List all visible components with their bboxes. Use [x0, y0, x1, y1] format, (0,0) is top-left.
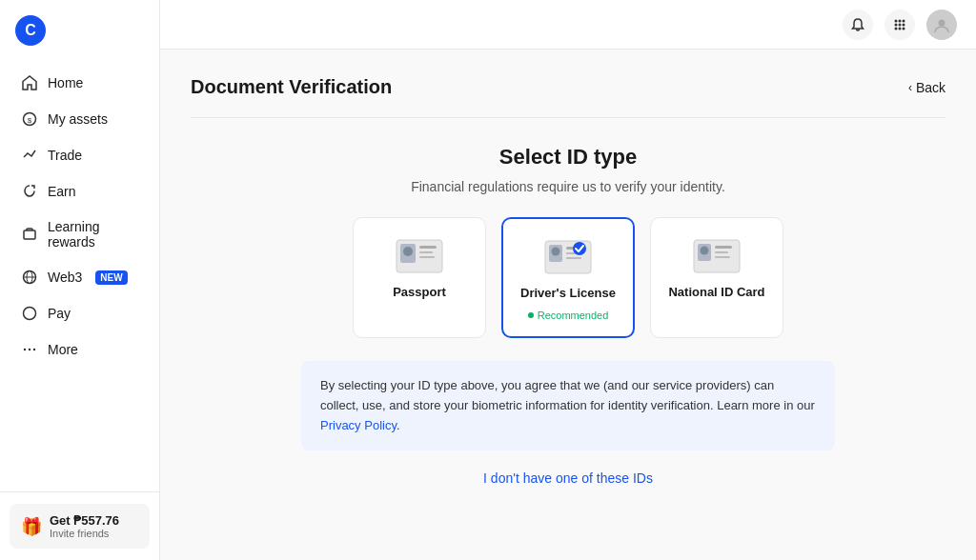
- sidebar-item-home-label: Home: [48, 75, 83, 90]
- pay-icon: [21, 305, 38, 322]
- divider: [191, 117, 946, 118]
- gift-icon: 🎁: [21, 516, 42, 537]
- sidebar-item-earn[interactable]: Earn: [6, 173, 153, 210]
- logo-mark: C: [15, 15, 46, 46]
- notice-box: By selecting your ID type above, you agr…: [301, 361, 835, 450]
- back-label: Back: [916, 80, 946, 95]
- grid-button[interactable]: [884, 10, 915, 40]
- sidebar-item-pay[interactable]: Pay: [6, 295, 153, 331]
- select-id-title: Select ID type: [191, 145, 946, 170]
- avatar[interactable]: [926, 10, 957, 40]
- svg-point-28: [552, 248, 560, 256]
- select-section: Select ID type Financial regulations req…: [191, 145, 946, 194]
- new-badge: NEW: [95, 270, 127, 285]
- national-id-icon: [690, 237, 743, 275]
- select-id-subtitle: Financial regulations require us to veri…: [191, 179, 946, 194]
- id-card-options: Passport Driv: [191, 217, 946, 338]
- sidebar-item-trade-label: Trade: [48, 148, 82, 163]
- logo: C: [0, 0, 159, 57]
- svg-point-19: [939, 19, 946, 26]
- notification-button[interactable]: [843, 10, 873, 40]
- svg-rect-36: [715, 246, 732, 249]
- svg-point-7: [24, 349, 26, 350]
- svg-rect-31: [566, 257, 581, 259]
- sidebar-item-pay-label: Pay: [48, 306, 71, 321]
- svg-text:$: $: [28, 116, 32, 125]
- sidebar-bottom: 🎁 Get ₱557.76 Invite friends: [0, 491, 159, 560]
- page-title: Document Verification: [191, 76, 392, 98]
- svg-rect-23: [419, 246, 437, 249]
- sidebar-item-more[interactable]: More: [6, 331, 153, 368]
- invite-amount: Get ₱557.76: [50, 513, 119, 528]
- content-area: Document Verification ‹ Back Select ID t…: [160, 50, 976, 560]
- back-button[interactable]: ‹ Back: [908, 80, 946, 95]
- sidebar-nav: Home $ My assets Trade: [0, 57, 159, 491]
- recommended-badge: Recommended: [528, 310, 609, 321]
- drivers-license-icon: [541, 238, 595, 276]
- svg-rect-38: [715, 256, 730, 258]
- passport-option[interactable]: Passport: [353, 217, 486, 338]
- main-area: Document Verification ‹ Back Select ID t…: [160, 0, 976, 560]
- svg-rect-2: [24, 230, 35, 239]
- sidebar-item-web3-label: Web3: [48, 270, 82, 285]
- svg-point-15: [903, 23, 905, 26]
- notice-text: By selecting your ID type above, you agr…: [320, 378, 815, 412]
- sidebar-item-trade[interactable]: Trade: [6, 137, 153, 173]
- svg-point-14: [899, 23, 902, 26]
- page-header: Document Verification ‹ Back: [191, 76, 946, 98]
- svg-point-10: [895, 19, 898, 22]
- no-id-link[interactable]: I don't have one of these IDs: [483, 470, 653, 486]
- svg-point-35: [701, 247, 709, 255]
- svg-point-12: [903, 19, 905, 22]
- svg-point-13: [895, 23, 898, 26]
- assets-icon: $: [21, 110, 38, 128]
- sidebar-item-my-assets[interactable]: $ My assets: [6, 101, 153, 137]
- chevron-left-icon: ‹: [908, 81, 912, 94]
- svg-point-11: [899, 19, 902, 22]
- passport-label: Passport: [393, 285, 446, 299]
- sidebar-item-earn-label: Earn: [48, 184, 76, 199]
- sidebar-item-more-label: More: [48, 342, 78, 357]
- notice-end: .: [396, 418, 400, 432]
- web3-icon: [21, 269, 38, 286]
- sidebar-item-learning-rewards[interactable]: Learning rewards: [6, 210, 153, 259]
- earn-icon: [21, 183, 38, 200]
- trade-icon: [21, 147, 38, 164]
- sidebar-item-home[interactable]: Home: [6, 65, 153, 101]
- svg-point-9: [33, 349, 35, 350]
- national-id-label: National ID Card: [668, 285, 764, 299]
- learning-icon: [21, 226, 38, 243]
- invite-card[interactable]: 🎁 Get ₱557.76 Invite friends: [10, 504, 150, 549]
- svg-point-6: [24, 308, 36, 320]
- recommended-label: Recommended: [538, 310, 609, 321]
- privacy-policy-link[interactable]: Privacy Policy: [320, 418, 396, 432]
- svg-point-22: [403, 247, 413, 256]
- drivers-license-option[interactable]: Driver's License Recommended: [501, 217, 635, 338]
- top-header: [160, 0, 976, 50]
- more-icon: [21, 341, 38, 358]
- sidebar-item-web3[interactable]: Web3 NEW: [6, 259, 153, 295]
- svg-point-8: [29, 349, 30, 350]
- home-icon: [21, 74, 38, 91]
- national-id-option[interactable]: National ID Card: [650, 217, 783, 338]
- svg-rect-25: [419, 256, 435, 258]
- sidebar-item-learning-label: Learning rewards: [48, 219, 138, 250]
- svg-point-18: [903, 27, 905, 30]
- svg-point-16: [895, 27, 898, 30]
- sidebar-item-my-assets-label: My assets: [48, 111, 108, 127]
- sidebar: C Home $ My assets: [0, 0, 160, 560]
- drivers-license-label: Driver's License: [520, 286, 616, 300]
- no-id-section: I don't have one of these IDs: [191, 470, 946, 487]
- svg-point-17: [899, 27, 902, 30]
- invite-label: Invite friends: [50, 528, 119, 539]
- passport-icon: [393, 237, 446, 275]
- invite-text: Get ₱557.76 Invite friends: [50, 513, 119, 539]
- rec-dot: [528, 312, 534, 318]
- svg-rect-24: [419, 251, 433, 253]
- svg-rect-37: [715, 251, 728, 253]
